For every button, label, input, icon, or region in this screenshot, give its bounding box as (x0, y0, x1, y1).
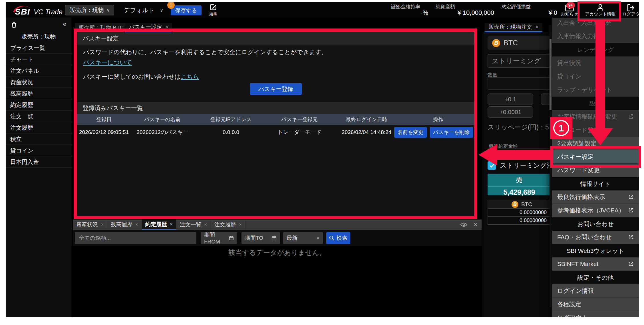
logout-button[interactable]: ログアウト (622, 3, 639, 18)
eye-icon[interactable] (460, 222, 467, 227)
chevron-down-icon: ∨ (160, 7, 163, 13)
step-number: 1 (553, 120, 569, 136)
calendar-icon (271, 235, 277, 241)
highlight-box-account-info (577, 1, 621, 21)
menu-section-sbi-web3-wallet: SBI Web3ウォレット (552, 244, 639, 257)
sidebar-item-lend-coin[interactable]: 貸コイン (6, 145, 72, 156)
close-icon[interactable]: × (135, 222, 138, 228)
menu-item-login-info[interactable]: ログイン情報 (552, 284, 639, 298)
annotation-arrow-left-body (497, 150, 552, 160)
position-table: B BTC 0.00000000 0.00000000 (488, 200, 556, 225)
slippage-setting: スリッページ(円)：5 (488, 123, 559, 132)
sidebar-item-order-history[interactable]: 注文履歴 (6, 122, 72, 133)
logout-icon (626, 3, 635, 12)
top-header: SBI VC Trade 販売所：現物 ∨ デフォルト ∨ ! 保存する 編集 … (6, 2, 639, 18)
layout-selector-dropdown[interactable]: デフォルト ∨ (122, 5, 165, 15)
close-icon[interactable]: × (536, 24, 538, 30)
symbol-selector[interactable]: B BTC (488, 36, 552, 50)
sidebar-item-accumulation[interactable]: 積立 (6, 133, 72, 145)
sidebar-item-order-panel[interactable]: 注文パネル (6, 65, 72, 76)
margin-ratio-stat: 証拠金維持率 -% (391, 3, 428, 17)
stat-value: -% (420, 9, 428, 17)
unrealized-pl-stat: 約定評価損益 ¥ 0 (496, 3, 557, 17)
close-icon[interactable]: × (101, 222, 104, 228)
sell-button[interactable]: 売 5,429,689 (488, 174, 551, 195)
menu-item-various-settings[interactable]: 各種設定 (552, 298, 639, 311)
external-link-icon (628, 208, 634, 213)
external-link-icon (628, 194, 634, 200)
position-row: 0.00000000 (488, 209, 556, 217)
bitcoin-icon: B (492, 39, 500, 47)
tab-order-list[interactable]: 注文一覧× (176, 220, 211, 230)
external-link-icon (628, 234, 634, 240)
collapse-sidebar-button[interactable]: « (63, 20, 67, 28)
date-to-picker[interactable]: 期間TO (242, 232, 280, 244)
edit-icon (209, 3, 217, 11)
increment-0-0001-button[interactable]: +0.0001 (488, 106, 533, 118)
notifications-count-badge: 9+ (566, 2, 575, 8)
calendar-icon (229, 235, 234, 241)
edit-layout-button[interactable]: 編集 (206, 3, 220, 17)
stat-value: ¥ 10,000,000 (458, 9, 494, 17)
sell-price: 5,429,689 (488, 186, 551, 196)
market-selector-dropdown[interactable]: 販売所：現物 ∨ (65, 5, 114, 15)
tab-order-history[interactable]: 注文履歴× (211, 220, 245, 230)
close-icon[interactable]: × (170, 222, 173, 227)
sidebar-item-execution-history[interactable]: 約定履歴 (6, 99, 72, 111)
menu-item-faq-contact[interactable]: FAQ・お問い合わせ (552, 231, 639, 244)
sidebar-item-assets[interactable]: 資産状況 (6, 76, 72, 88)
chevron-down-icon: ∨ (107, 8, 110, 13)
tab-assets[interactable]: 資産状況× (73, 220, 107, 230)
bitcoin-icon: B (512, 201, 518, 208)
position-table-header: B BTC (488, 200, 556, 209)
stat-label: 約定評価損益 (496, 3, 557, 10)
menu-section-settings-other: 設定・その他 (552, 271, 639, 284)
menu-item-reference-price-jvcea[interactable]: 参考価格表示（JVCEA） (552, 204, 639, 217)
sidebar-item-jpy-deposit[interactable]: 日本円入金 (6, 156, 72, 168)
quantity-input[interactable] (488, 77, 552, 90)
order-type-selector[interactable]: ストリーミング (488, 54, 552, 68)
stat-value: ¥ 0 (548, 9, 557, 17)
close-panel-icon[interactable]: × (474, 221, 478, 229)
date-from-picker[interactable]: 期間FROM (201, 232, 237, 244)
highlight-box-passkey-panel (74, 29, 477, 219)
sort-select[interactable]: 最新 ∨ (283, 232, 323, 244)
scrollbar-thumb[interactable] (550, 39, 552, 110)
net-assets-stat: 純資産額 ¥ 10,000,000 (430, 3, 494, 17)
menu-item-best-execution-price[interactable]: 最良執行価格表示 (552, 190, 639, 204)
annotation-arrow-down-body (595, 21, 605, 129)
menu-item-logout[interactable]: ログアウト (552, 311, 639, 317)
tab-execution-history[interactable]: 約定履歴× (142, 220, 176, 230)
notifications-button[interactable]: 9+ お知らせ (559, 3, 580, 18)
menu-item-sbinft-market[interactable]: SBINFT Market (552, 257, 639, 271)
logo-vctrade-text: VC Trade (34, 8, 63, 16)
sidebar-item-balance-history[interactable]: 残高履歴 (6, 88, 72, 99)
left-sidebar: « 販売所：現物 プライス一覧 チャート 注文パネル 資産状況 残高履歴 約定履… (6, 18, 72, 317)
sidebar-item-chart[interactable]: チャート (6, 54, 72, 65)
external-link-icon (628, 261, 634, 267)
sidebar-item-price-list[interactable]: プライス一覧 (6, 42, 72, 54)
sell-label: 売 (488, 174, 550, 186)
annotation-arrow-down-head (588, 128, 613, 145)
search-icon (329, 235, 334, 241)
notifications-label: お知らせ (559, 11, 580, 17)
sidebar-item-order-list[interactable]: 注文一覧 (6, 111, 72, 122)
tab-balance-history[interactable]: 残高履歴× (107, 220, 142, 230)
close-icon[interactable]: × (204, 222, 207, 228)
tab-spot-order[interactable]: 販売所：現物注文 × (485, 23, 542, 32)
search-button[interactable]: 検索 (326, 232, 350, 244)
chevron-down-icon: ∨ (317, 236, 319, 240)
save-button[interactable]: 保存する (171, 5, 202, 15)
increment-0-1-button[interactable]: +0.1 (488, 94, 533, 105)
edit-label: 編集 (206, 11, 220, 17)
highlight-box-menu-passkey (550, 146, 641, 168)
trash-icon[interactable] (10, 21, 18, 29)
brand-logo: SBI VC Trade (12, 4, 66, 17)
sidebar-item-market-spot[interactable]: 販売所：現物 (6, 31, 72, 42)
symbol-search-input[interactable] (75, 232, 196, 244)
menu-section-info-site: 情報サイト (552, 177, 639, 190)
history-filter-bar: 期間FROM 期間TO 最新 ∨ 検索 (73, 230, 482, 246)
empty-data-message: 該当するデータがありません。 (73, 248, 482, 257)
close-icon[interactable]: × (239, 222, 242, 228)
menu-section-contact: お問い合わせ (552, 217, 639, 231)
